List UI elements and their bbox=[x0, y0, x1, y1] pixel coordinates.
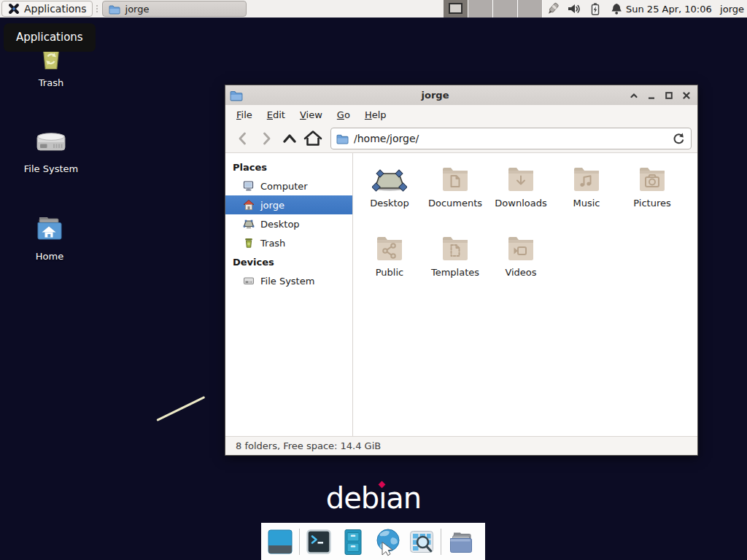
debian-red-diamond bbox=[379, 481, 386, 489]
address-text[interactable]: /home/jorge/ bbox=[354, 133, 666, 144]
file-item-documents[interactable]: Documents bbox=[422, 163, 488, 232]
stylus-icon[interactable] bbox=[546, 2, 560, 16]
close-icon[interactable] bbox=[680, 89, 693, 102]
sidebar-item-label: File System bbox=[260, 276, 314, 287]
file-item-music[interactable]: Music bbox=[554, 163, 619, 232]
folder-icon bbox=[336, 133, 349, 144]
sidebar: PlacesComputerjorgeDesktopTrashDevicesFi… bbox=[225, 153, 353, 436]
sidebar-item-desktop[interactable]: Desktop bbox=[225, 214, 352, 233]
file-item-templates[interactable]: Templates bbox=[422, 232, 488, 301]
back-icon[interactable] bbox=[231, 128, 255, 149]
desktop-folder-icon bbox=[372, 163, 407, 198]
xfce-applications-icon bbox=[7, 2, 20, 15]
stray-line-artifact bbox=[156, 396, 205, 421]
applications-menu-button[interactable]: Applications bbox=[1, 1, 93, 17]
file-item-desktop[interactable]: Desktop bbox=[357, 163, 422, 232]
menu-item-file[interactable]: File bbox=[230, 107, 259, 122]
files-pane[interactable]: DesktopDocumentsDownloadsMusicPicturesPu… bbox=[353, 153, 697, 436]
dock-item-terminal[interactable] bbox=[303, 526, 334, 557]
desktop-icon-home[interactable]: Home bbox=[6, 211, 93, 262]
workspace-cell-4[interactable] bbox=[518, 0, 543, 18]
file-item-videos[interactable]: Videos bbox=[488, 232, 554, 301]
up-icon[interactable] bbox=[278, 128, 301, 149]
sidebar-item-label: Desktop bbox=[260, 219, 300, 230]
desktop-icon-label: File System bbox=[7, 163, 95, 174]
panel-username: jorge bbox=[720, 0, 744, 18]
workspace-cell-2[interactable] bbox=[468, 0, 493, 18]
window-title: jorge bbox=[243, 90, 627, 101]
system-tray bbox=[546, 0, 624, 18]
dock-item-folder[interactable] bbox=[445, 526, 476, 557]
share-icon bbox=[372, 232, 407, 267]
file-item-pictures[interactable]: Pictures bbox=[619, 163, 685, 232]
home-folder-icon bbox=[6, 211, 93, 246]
file-item-label: Music bbox=[573, 198, 600, 209]
taskbar-window-label: jorge bbox=[125, 4, 150, 15]
window-folder-icon bbox=[230, 89, 243, 101]
download-icon bbox=[503, 163, 538, 198]
trash-icon bbox=[243, 237, 255, 249]
applications-menu-label: Applications bbox=[24, 3, 87, 15]
template-icon bbox=[438, 232, 473, 267]
sidebar-item-file-system[interactable]: File System bbox=[225, 271, 352, 290]
debian-logo: debıan bbox=[0, 481, 747, 515]
dock-item-web-browser[interactable] bbox=[372, 526, 403, 557]
file-item-label: Pictures bbox=[633, 198, 670, 209]
file-item-downloads[interactable]: Downloads bbox=[488, 163, 554, 232]
file-item-label: Desktop bbox=[370, 198, 409, 209]
dock-item-show-desktop[interactable] bbox=[265, 526, 295, 557]
applications-tooltip: Applications bbox=[4, 23, 96, 52]
menu-item-help[interactable]: Help bbox=[358, 107, 393, 122]
path-bar[interactable]: /home/jorge/ bbox=[330, 128, 692, 149]
workspace-window-miniature bbox=[449, 3, 462, 14]
menu-bar: FileEditViewGoHelp bbox=[225, 105, 697, 124]
dock-separator bbox=[299, 529, 300, 555]
dock-item-app-finder[interactable] bbox=[406, 526, 437, 557]
file-item-label: Videos bbox=[505, 267, 536, 278]
desktop-icon-label: Trash bbox=[7, 77, 95, 88]
music-icon bbox=[569, 163, 604, 198]
dock bbox=[261, 523, 485, 560]
file-item-public[interactable]: Public bbox=[357, 232, 422, 301]
sidebar-item-label: jorge bbox=[260, 200, 285, 211]
home-icon[interactable] bbox=[301, 128, 325, 149]
minimize-icon[interactable] bbox=[645, 89, 658, 102]
sidebar-item-jorge[interactable]: jorge bbox=[225, 195, 352, 214]
camera-icon bbox=[635, 163, 670, 198]
document-icon bbox=[438, 163, 473, 198]
forward-icon[interactable] bbox=[255, 128, 278, 149]
menu-item-go[interactable]: Go bbox=[330, 107, 357, 122]
dock-item-file-cabinet[interactable] bbox=[338, 526, 368, 557]
taskbar-window-button[interactable]: jorge bbox=[102, 1, 247, 17]
maximize-icon[interactable] bbox=[662, 89, 676, 102]
battery-icon[interactable] bbox=[588, 2, 603, 16]
menu-item-view[interactable]: View bbox=[293, 107, 329, 122]
toolbar: /home/jorge/ bbox=[225, 124, 697, 153]
desktop-icon-file-system[interactable]: File System bbox=[7, 124, 95, 174]
volume-icon[interactable] bbox=[567, 2, 581, 16]
home-icon bbox=[243, 199, 255, 211]
sidebar-header-places: Places bbox=[225, 158, 352, 176]
sidebar-item-computer[interactable]: Computer bbox=[225, 176, 352, 195]
menu-item-edit[interactable]: Edit bbox=[260, 107, 292, 122]
workspace-pager bbox=[444, 0, 543, 18]
desktop-icon-label: Home bbox=[6, 251, 93, 262]
workspace-cell-3[interactable] bbox=[493, 0, 518, 18]
shade-icon[interactable] bbox=[627, 89, 640, 102]
panel-handle[interactable] bbox=[94, 2, 100, 15]
folder-icon bbox=[109, 4, 120, 15]
file-item-label: Downloads bbox=[495, 198, 546, 209]
sidebar-item-label: Trash bbox=[260, 238, 285, 249]
desktop-icon bbox=[243, 218, 255, 230]
titlebar[interactable]: jorge bbox=[225, 85, 697, 105]
status-bar: 8 folders, Free space: 14.4 GiB bbox=[225, 436, 697, 455]
bell-icon[interactable] bbox=[609, 2, 624, 16]
panel-clock[interactable]: Sun 25 Apr, 10:06 bbox=[626, 0, 712, 18]
sidebar-item-trash[interactable]: Trash bbox=[225, 233, 352, 252]
reload-icon[interactable] bbox=[671, 131, 686, 146]
workspace-cell-1[interactable] bbox=[444, 0, 468, 18]
drive-icon bbox=[7, 124, 95, 159]
video-icon bbox=[503, 232, 538, 267]
top-panel: Applications jorge Sun 25 Apr, 10:06 jor… bbox=[0, 0, 747, 18]
dock-separator bbox=[441, 529, 441, 555]
